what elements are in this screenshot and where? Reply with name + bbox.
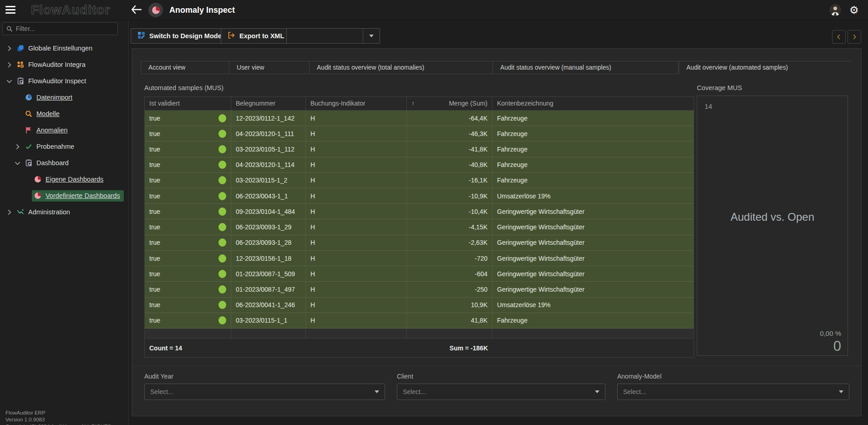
cell-menge: -41,8K — [407, 142, 492, 157]
sidebar-item-dashboard[interactable]: Dashboard — [0, 155, 129, 171]
tab-user-view[interactable]: User view — [229, 61, 309, 74]
export-xml-button[interactable]: Export to XML — [221, 28, 291, 44]
sidebar-item-globale-einstellungen[interactable]: Globale Einstellungen — [0, 40, 129, 56]
sidebar-item-body[interactable]: FlowAuditor Integra — [15, 59, 89, 71]
sidebar-item-label: Modelle — [36, 110, 60, 117]
column-header-validated[interactable]: Ist validiert — [145, 97, 231, 110]
table-row[interactable]: true03-2023/0105-1_112H-41,8KFahrzeuge — [145, 142, 694, 157]
app-copyright-line: Copyright (C) 2024 AuditHeroes ALL RIGHT… — [5, 423, 115, 425]
column-header-belegnummer[interactable]: Belegnummer — [231, 97, 306, 110]
table-row[interactable]: true03-2023/0115-1_2H-16,1KFahrzeuge — [145, 173, 694, 188]
sidebar-item-body[interactable]: Modelle — [23, 108, 63, 120]
sidebar-item-selected-highlight[interactable]: Vordefinierte Dashboards — [32, 190, 124, 202]
sidebar-item-body[interactable]: Dashboard — [23, 157, 72, 169]
sidebar-item-eigene-dashboards[interactable]: Eigene Dashboards — [0, 171, 129, 187]
table-row[interactable]: true12-2023/0112-1_142H-64,4KFahrzeuge — [145, 111, 694, 126]
sidebar-filter[interactable] — [2, 22, 118, 35]
validated-status-dot-icon — [218, 176, 226, 184]
toolbar-combobox-dropdown-button[interactable] — [363, 29, 380, 43]
sidebar-item-body[interactable]: Datenimport — [23, 92, 76, 103]
sidebar-item-probenahme[interactable]: Probenahme — [0, 138, 129, 155]
validated-status-dot-icon — [218, 316, 226, 324]
cell-buchungs-indikator: H — [306, 298, 407, 313]
column-header-menge[interactable]: ↑ Menge (Sum) — [407, 97, 492, 110]
sidebar-item-body[interactable]: Administration — [15, 207, 74, 218]
previous-page-button[interactable] — [832, 30, 846, 44]
user-avatar[interactable] — [829, 4, 841, 16]
next-page-button[interactable] — [848, 30, 861, 44]
table-row[interactable]: true04-2023/0120-1_114H-40,8KFahrzeuge — [145, 157, 694, 173]
cell-validated: true — [145, 157, 231, 172]
sidebar-item-datenimport[interactable]: Datenimport — [0, 89, 129, 106]
column-header-kontenbezeichnung[interactable]: Kontenbezeichnung — [492, 97, 694, 110]
sidebar-item-body[interactable]: Probenahme — [23, 141, 78, 152]
sidebar-item-body[interactable]: FlowAuditor Inspect — [15, 76, 90, 87]
table-row[interactable]: true06-2023/0043-1_1H-10,9KUmsatzerlöse … — [145, 188, 694, 204]
grid-filter-row[interactable] — [145, 329, 694, 339]
cell-buchungs-indikator: H — [306, 142, 407, 157]
table-row[interactable]: true09-2023/0104-1_484H-10,4KGeringwerti… — [145, 204, 694, 219]
filter-select-audit-year[interactable]: Select... — [144, 384, 385, 400]
validated-value: true — [149, 255, 160, 262]
sidebar-item-label: Globale Einstellungen — [28, 45, 92, 52]
sidebar-item-administration[interactable]: Administration — [0, 204, 129, 220]
sidebar-item-label: Administration — [28, 208, 70, 216]
tab-audit-status-overview-manual-samples[interactable]: Audit status overview (manual samples) — [492, 61, 679, 74]
coverage-count-value: 0 — [833, 338, 841, 354]
app-version-info: FlowAuditor ERP Version 1.0.9083 Copyrig… — [5, 410, 115, 425]
table-row[interactable]: true06-2023/0041-1_246H10,9KUmsatzerlöse… — [145, 298, 694, 313]
sidebar-filter-input[interactable] — [16, 25, 114, 32]
sidebar-item-anomalien[interactable]: Anomalien — [0, 122, 129, 138]
toolbar-combobox[interactable] — [286, 28, 380, 44]
cell-validated: true — [145, 173, 231, 188]
filter-label: Audit Year — [144, 373, 385, 380]
sidebar-item-vordefinierte-dashboards[interactable]: Vordefinierte Dashboards — [0, 187, 129, 204]
cell-menge: -4,15K — [407, 219, 492, 234]
tab-audit-status-overview-total-anomalies[interactable]: Audit status overview (total anomalies) — [309, 61, 492, 74]
back-arrow-icon[interactable] — [131, 5, 142, 15]
table-row[interactable]: true01-2023/0087-1_497H-250Geringwertige… — [145, 282, 694, 297]
chevron-right-icon — [851, 34, 858, 40]
table-row[interactable]: true01-2023/0087-1_509H-604Geringwertige… — [145, 266, 694, 282]
tab-audit-overview-automated-samples[interactable]: Audit overview (automated samples) — [679, 61, 853, 74]
cell-belegnummer: 01-2023/0087-1_509 — [231, 266, 306, 281]
cell-menge: -720 — [407, 251, 492, 266]
clock-icon — [25, 94, 32, 101]
table-row[interactable]: true12-2023/0156-1_18H-720Geringwertige … — [145, 251, 694, 266]
filter-select-anomaly-model[interactable]: Select... — [617, 384, 849, 400]
app-logo: FlowAuditor — [31, 3, 110, 17]
cell-menge: -10,9K — [407, 188, 492, 203]
cell-kontenbezeichnung: Fahrzeuge — [492, 126, 694, 141]
table-row[interactable]: true06-2023/0093-1_29H-4,15KGeringwertig… — [145, 219, 694, 235]
sidebar-item-body[interactable]: Eigene Dashboards — [32, 174, 107, 185]
settings-gear-icon[interactable]: ⚙ — [849, 3, 859, 17]
cell-belegnummer: 09-2023/0104-1_484 — [231, 204, 306, 219]
cell-buchungs-indikator: H — [306, 126, 407, 141]
grid-body: true12-2023/0112-1_142H-64,4KFahrzeugetr… — [145, 111, 694, 329]
cell-menge: -46,3K — [407, 126, 492, 141]
sidebar-item-body[interactable]: Globale Einstellungen — [15, 43, 96, 54]
chevron-right-icon[interactable] — [4, 45, 15, 52]
table-row[interactable]: true04-2023/0120-1_111H-46,3KFahrzeuge — [145, 126, 694, 142]
filter-block-audit-year: Audit YearSelect... — [144, 373, 385, 400]
chevron-down-icon[interactable] — [12, 160, 23, 167]
table-row[interactable]: true06-2023/0093-1_28H-2,63KGeringwertig… — [145, 235, 694, 251]
chevron-right-icon[interactable] — [4, 61, 15, 68]
chevron-down-icon[interactable] — [4, 78, 15, 85]
sidebar-item-flowauditor-integra[interactable]: FlowAuditor Integra — [0, 56, 129, 73]
sidebar-item-body[interactable]: Anomalien — [23, 125, 71, 136]
tab-account-view[interactable]: Account view — [141, 61, 229, 74]
design-mode-icon — [137, 31, 145, 40]
validated-value: true — [149, 208, 160, 215]
cell-menge: 41,8K — [407, 313, 492, 328]
cell-belegnummer: 12-2023/0156-1_18 — [231, 251, 306, 266]
table-row[interactable]: true03-2023/0115-1_1H41,8KFahrzeuge — [145, 313, 694, 329]
sidebar-item-flowauditor-inspect[interactable]: FlowAuditor Inspect — [0, 73, 129, 89]
column-header-indicator[interactable]: Buchungs-Indikator — [306, 97, 407, 110]
switch-design-mode-button[interactable]: Switch to Design Mode — [131, 28, 228, 44]
filter-select-client[interactable]: Select... — [397, 384, 605, 400]
chevron-right-icon[interactable] — [12, 143, 23, 150]
hamburger-menu-icon[interactable] — [5, 6, 15, 14]
sidebar-item-modelle[interactable]: Modelle — [0, 106, 129, 122]
chevron-right-icon[interactable] — [4, 209, 15, 216]
